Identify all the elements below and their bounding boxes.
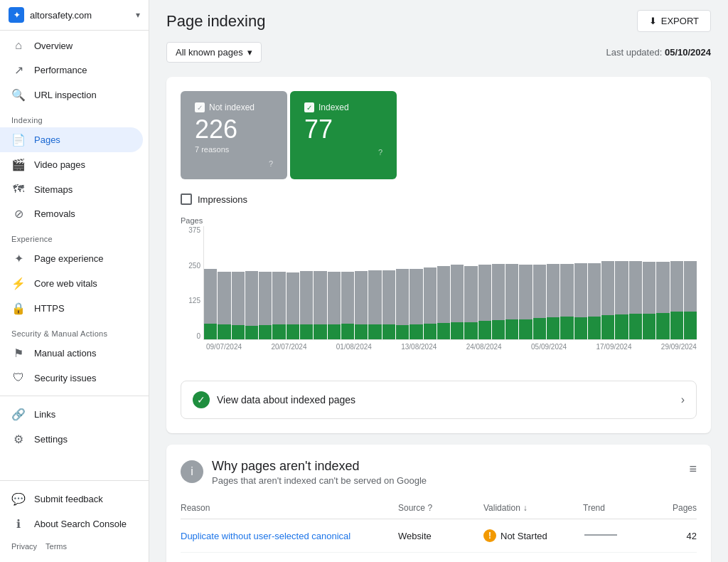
not-indexed-stat: ✓ Not indexed 226 7 reasons ? [181, 91, 287, 179]
bar-group [492, 264, 505, 339]
nav-removals-label: Removals [34, 208, 75, 219]
sidebar: ✦ altorsafety.com ▾ ⌂ Overview ↗ Perform… [0, 0, 149, 562]
links-icon: 🔗 [11, 408, 26, 421]
bar-green [259, 325, 272, 339]
bar-group [410, 269, 422, 339]
terms-link[interactable]: Terms [46, 542, 67, 551]
content-area: All known pages ▾ Last updated: 05/10/20… [149, 42, 728, 562]
nav-overview[interactable]: ⌂ Overview [0, 33, 143, 58]
nav-links-label: Links [34, 409, 55, 420]
nav-video-pages[interactable]: 🎬 Video pages [0, 152, 143, 177]
validation-1: ! Not Started [483, 529, 583, 542]
nav-sitemaps[interactable]: 🗺 Sitemaps [0, 177, 143, 201]
bar-gray [478, 265, 491, 322]
indexed-count: 77 [304, 117, 382, 142]
section-subtitle: Pages that aren't indexed can't be serve… [212, 475, 427, 486]
bar-group [437, 266, 450, 339]
indexed-checkbox[interactable]: ✓ [304, 102, 314, 112]
source-1: Website [398, 531, 483, 541]
bar-green [272, 324, 285, 339]
bar-group [314, 271, 326, 339]
bar-green [328, 324, 341, 339]
nav-core-web-vitals[interactable]: ⚡ Core web vitals [0, 271, 143, 296]
bar-group [424, 267, 437, 339]
bar-group [272, 272, 285, 339]
reason-1[interactable]: Duplicate without user-selected canonica… [181, 531, 398, 541]
nav-manual-actions[interactable]: ⚑ Manual actions [0, 341, 143, 366]
https-icon: 🔒 [11, 302, 26, 315]
bar-group [505, 264, 518, 339]
nav-removals[interactable]: ⊘ Removals [0, 201, 143, 226]
info-icon: i [181, 460, 203, 483]
x-label: 29/09/2024 [661, 343, 697, 351]
nav-settings-label: Settings [34, 434, 68, 445]
bar-group [287, 272, 299, 339]
nav-sitemaps-label: Sitemaps [34, 184, 73, 195]
bar-gray [424, 267, 437, 324]
not-indexed-label: ✓ Not indexed [195, 102, 273, 112]
source-help-icon[interactable]: ? [427, 503, 432, 513]
about-search-console-icon: ℹ [11, 517, 26, 531]
bar-green [588, 317, 601, 339]
chart-y-axis: 375 250 125 0 [181, 226, 203, 340]
trend-chart-1 [583, 531, 619, 539]
nav-about-search-console[interactable]: ℹ About Search Console [0, 511, 143, 536]
not-indexed-checkbox[interactable]: ✓ [195, 102, 205, 112]
bar-green [368, 324, 381, 339]
bar-green [560, 317, 573, 339]
bar-green [643, 314, 655, 339]
bar-gray [300, 271, 313, 324]
indexed-label: ✓ Indexed [304, 102, 382, 112]
chart-bars [203, 226, 697, 340]
site-logo: ✦ [9, 7, 24, 23]
video-pages-icon: 🎬 [11, 158, 26, 171]
table-filter-icon[interactable]: ≡ [689, 462, 697, 477]
nav-https[interactable]: 🔒 HTTPS [0, 296, 143, 321]
bar-gray [396, 269, 409, 325]
indexed-stat: ✓ Indexed 77 ? [290, 91, 397, 179]
bar-group [560, 264, 573, 339]
section-info: i Why pages aren't indexed Pages that ar… [181, 459, 427, 486]
not-indexed-text: Not indexed [209, 102, 255, 112]
section-text: Why pages aren't indexed Pages that aren… [212, 459, 427, 486]
indexed-text: Indexed [318, 102, 349, 112]
nav-pages[interactable]: 📄 Pages [0, 127, 143, 152]
nav-performance[interactable]: ↗ Performance [0, 58, 143, 83]
site-selector[interactable]: ✦ altorsafety.com ▾ [0, 0, 149, 31]
page-filter-dropdown[interactable]: All known pages ▾ [166, 42, 262, 63]
impressions-checkbox[interactable] [181, 193, 192, 205]
bar-group [204, 269, 217, 339]
indexing-section-header: Indexing [0, 107, 149, 127]
bar-group [232, 272, 245, 339]
bar-group [300, 271, 313, 339]
site-dropdown-icon[interactable]: ▾ [136, 10, 140, 20]
why-not-indexed-card: i Why pages aren't indexed Pages that ar… [166, 445, 711, 562]
not-indexed-help-icon[interactable]: ? [195, 159, 273, 168]
nav-page-experience[interactable]: ✦ Page experience [0, 246, 143, 271]
nav-security-issues[interactable]: 🛡 Security issues [0, 366, 143, 390]
indexed-help-icon[interactable]: ? [304, 148, 382, 157]
page-title: Page indexing [166, 12, 265, 31]
last-updated-prefix: Last updated: [606, 47, 663, 58]
nav-settings[interactable]: ⚙ Settings [0, 427, 143, 452]
page-experience-icon: ✦ [11, 252, 26, 265]
nav-links[interactable]: 🔗 Links [0, 402, 143, 427]
bar-gray [547, 264, 560, 317]
view-indexed-data-button[interactable]: ✓ View data about indexed pages › [181, 381, 697, 419]
nav-url-inspection[interactable]: 🔍 URL inspection [0, 83, 143, 107]
nav-submit-feedback[interactable]: 💬 Submit feedback [0, 487, 143, 511]
privacy-link[interactable]: Privacy [11, 542, 37, 551]
bar-gray [204, 269, 217, 324]
export-button[interactable]: ⬇ EXPORT [637, 10, 711, 32]
submit-feedback-icon: 💬 [11, 492, 26, 506]
last-updated-date: 05/10/2024 [665, 47, 711, 58]
not-indexed-sub: 7 reasons [195, 145, 273, 154]
bar-group [588, 263, 601, 339]
bar-gray [368, 270, 381, 324]
chart-wrapper: 375 250 125 0 [181, 226, 697, 340]
bar-gray [643, 262, 655, 314]
privacy-terms-row: Privacy Terms [0, 536, 149, 556]
header-validation[interactable]: Validation ↓ [483, 503, 583, 513]
validation-sort-icon[interactable]: ↓ [523, 503, 528, 513]
bar-gray [341, 272, 354, 324]
